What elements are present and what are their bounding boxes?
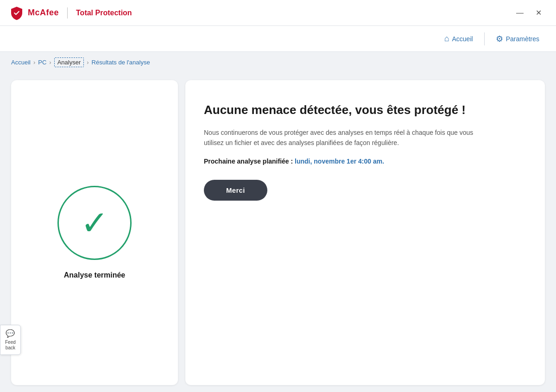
breadcrumb-sep-2: › <box>49 59 51 66</box>
mcafee-shield-icon <box>9 6 24 20</box>
merci-button[interactable]: Merci <box>204 180 267 201</box>
brand-area: McAfee Total Protection <box>9 6 132 20</box>
check-circle: ✓ <box>57 186 132 260</box>
breadcrumb-results: Résultats de l'analyse <box>92 59 150 66</box>
parametres-nav-label: Paramètres <box>506 35 539 43</box>
next-scan-line: Prochaine analyse planifiée : lundi, nov… <box>204 158 526 165</box>
gear-icon: ⚙ <box>496 34 503 44</box>
result-title: Aucune menace détectée, vous êtes protég… <box>204 102 526 118</box>
right-card: Aucune menace détectée, vous êtes protég… <box>185 80 545 385</box>
breadcrumb-pc[interactable]: PC <box>38 59 46 66</box>
breadcrumb-sep-3: › <box>87 59 88 66</box>
main-content: ✓ Analyse terminée Aucune menace détecté… <box>0 73 556 392</box>
title-bar: McAfee Total Protection — ✕ <box>0 0 556 26</box>
brand-name: McAfee <box>28 8 59 18</box>
left-card: ✓ Analyse terminée <box>11 80 178 385</box>
accueil-nav-label: Accueil <box>452 35 473 43</box>
accueil-nav-button[interactable]: ⌂ Accueil <box>439 31 479 46</box>
window-controls: — ✕ <box>512 5 547 21</box>
close-button[interactable]: ✕ <box>530 5 547 21</box>
breadcrumb-analyser: Analyser <box>54 57 84 67</box>
minimize-button[interactable]: — <box>512 5 528 21</box>
feedback-button[interactable]: 💬 Feedback <box>0 325 21 355</box>
breadcrumb-accueil[interactable]: Accueil <box>11 59 31 66</box>
brand-subtitle: Total Protection <box>76 9 132 17</box>
feedback-icon: 💬 <box>6 329 15 338</box>
mcafee-logo: McAfee <box>9 6 59 20</box>
analysis-done-label: Analyse terminée <box>64 271 126 279</box>
nav-bar: ⌂ Accueil ⚙ Paramètres <box>0 26 556 52</box>
home-icon: ⌂ <box>444 34 449 44</box>
brand-divider <box>67 7 68 19</box>
parametres-nav-button[interactable]: ⚙ Paramètres <box>490 31 545 47</box>
breadcrumb: Accueil › PC › Analyser › Résultats de l… <box>0 52 556 73</box>
checkmark-icon: ✓ <box>81 206 108 240</box>
feedback-label: Feedback <box>5 340 16 351</box>
next-scan-date: lundi, novembre 1er 4:00 am. <box>295 158 384 165</box>
result-description: Nous continuerons de vous protéger avec … <box>204 127 491 148</box>
breadcrumb-sep-1: › <box>33 59 35 66</box>
next-scan-label: Prochaine analyse planifiée : <box>204 158 293 165</box>
nav-divider <box>484 32 485 45</box>
